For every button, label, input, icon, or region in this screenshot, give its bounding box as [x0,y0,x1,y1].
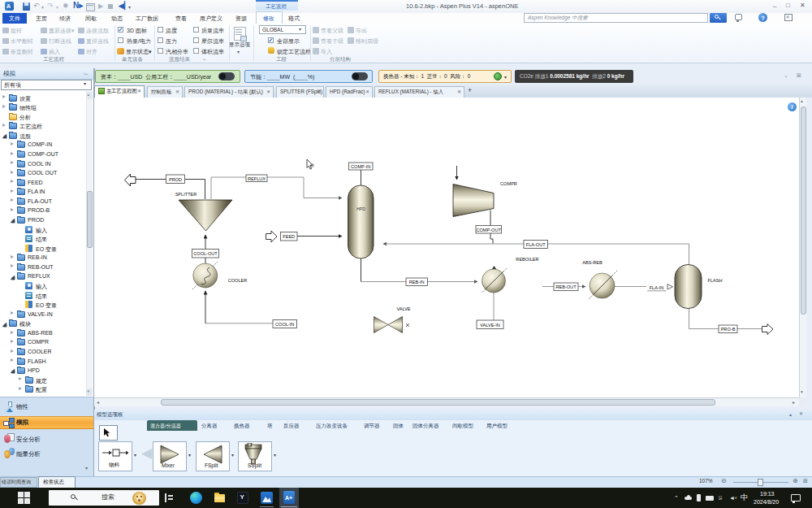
svg-text:VALVE-IN: VALVE-IN [480,323,500,328]
svg-text:REBOILER: REBOILER [516,257,538,262]
svg-text:VALVE: VALVE [396,306,410,311]
svg-text:FLA-IN: FLA-IN [650,285,664,290]
svg-text:FLASH: FLASH [707,278,722,283]
svg-text:FEED: FEED [283,234,295,239]
svg-text:REB-OUT: REB-OUT [555,284,577,289]
svg-text:PRO-B: PRO-B [721,327,736,332]
svg-text:COOLER: COOLER [228,278,248,283]
svg-text:SPLITTER: SPLITTER [175,192,197,197]
svg-text:HPD: HPD [356,206,365,211]
svg-text:FLA-OUT: FLA-OUT [526,242,546,247]
svg-text:PROD: PROD [169,177,182,182]
svg-text:REFLUX: REFLUX [248,176,266,181]
svg-text:COMP-OUT: COMP-OUT [476,228,501,232]
svg-text:ABS-REB: ABS-REB [582,260,603,265]
svg-text:COMPR: COMPR [500,181,517,186]
svg-text:COOL-OUT: COOL-OUT [193,251,218,256]
svg-text:COMP-IN: COMP-IN [351,164,370,169]
svg-text:COOL-IN: COOL-IN [275,322,294,327]
svg-text:REB-IN: REB-IN [409,280,425,284]
